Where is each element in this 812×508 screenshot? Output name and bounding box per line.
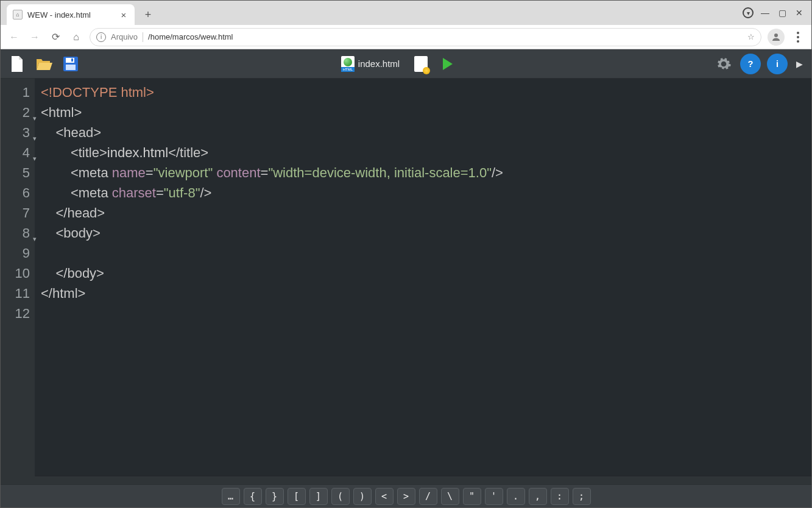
code-line[interactable]: </head> [41, 203, 811, 223]
code-line[interactable]: <html> [41, 102, 811, 122]
help-button[interactable]: ? [740, 54, 761, 74]
maximize-button[interactable]: ▢ [775, 5, 789, 20]
editor-toolbar: HTML index.html ? i ▶ [1, 49, 811, 79]
kebab-icon [792, 32, 804, 43]
new-tab-button[interactable]: + [139, 6, 157, 23]
code-line[interactable] [41, 303, 811, 323]
symbol-key[interactable]: { [244, 488, 262, 505]
code-line[interactable]: </html> [41, 283, 811, 303]
address-path: /home/marcos/wew.html [148, 32, 233, 41]
symbol-insert-bar: …{}[]()<>/\"'.,:; [1, 484, 811, 507]
settings-button[interactable] [713, 54, 734, 74]
forward-button[interactable]: → [27, 30, 42, 44]
minimize-button[interactable]: — [758, 5, 772, 20]
new-file-button[interactable] [7, 54, 27, 74]
floppy-disk-icon [63, 56, 79, 72]
toolbar-overflow-button[interactable]: ▶ [794, 59, 805, 69]
window-controls: — ▢ ✕ [741, 5, 807, 20]
favicon-icon: ⌂ [13, 10, 23, 19]
code-line[interactable]: <!DOCTYPE html> [41, 82, 811, 102]
gear-icon [716, 56, 732, 72]
line-number: 5 [1, 163, 30, 183]
line-number: 4 [1, 143, 30, 163]
symbol-key[interactable]: ) [353, 488, 372, 505]
code-line[interactable]: </body> [41, 263, 811, 283]
browser-tab[interactable]: ⌂ WEW - index.html × [7, 4, 135, 25]
chrome-window: ⌂ WEW - index.html × + — ▢ ✕ ← → ⟳ ⌂ i A… [0, 0, 812, 508]
symbol-key[interactable]: ' [485, 488, 503, 505]
about-button[interactable]: i [767, 54, 788, 74]
line-gutter: 123456789101112 [1, 79, 35, 484]
symbol-key[interactable]: ( [331, 488, 350, 505]
symbol-key[interactable]: > [397, 488, 415, 505]
home-button[interactable]: ⌂ [69, 30, 83, 44]
code-line[interactable]: <body> [41, 223, 811, 243]
symbol-key[interactable]: [ [288, 488, 306, 505]
save-file-button[interactable] [60, 54, 81, 74]
code-content[interactable]: <!DOCTYPE html><html> <head> <title>inde… [35, 79, 811, 323]
symbol-key[interactable]: } [266, 488, 284, 505]
new-from-template-button[interactable] [411, 54, 431, 74]
help-icon: ? [744, 57, 757, 71]
line-number: 3 [1, 122, 30, 143]
code-line[interactable]: <head> [41, 122, 811, 143]
svg-point-0 [774, 34, 778, 37]
line-number: 10 [1, 263, 30, 283]
address-bar[interactable]: i Arquivo /home/marcos/wew.html ☆ [90, 28, 761, 46]
line-number: 9 [1, 243, 30, 263]
profile-button[interactable] [768, 29, 785, 46]
file-spark-icon [414, 56, 428, 72]
line-number: 11 [1, 283, 30, 303]
browser-menu-button[interactable] [791, 30, 805, 44]
editor-app: HTML index.html ? i ▶ [1, 49, 811, 507]
folder-open-icon [35, 57, 52, 71]
code-line[interactable]: <title>index.html</title> [41, 143, 811, 163]
line-number: 8 [1, 223, 30, 243]
symbol-key[interactable]: \ [441, 488, 459, 505]
close-tab-button[interactable]: × [119, 10, 129, 19]
html-file-icon: HTML [341, 56, 355, 72]
code-line[interactable]: <meta charset="utf-8"/> [41, 183, 811, 203]
svg-text:i: i [776, 58, 778, 68]
tab-title: WEW - index.html [27, 10, 91, 19]
back-button[interactable]: ← [7, 30, 21, 44]
symbol-key[interactable]: " [463, 488, 481, 505]
separator [143, 32, 143, 42]
person-icon [771, 32, 782, 43]
symbol-key[interactable]: : [551, 488, 569, 505]
reload-button[interactable]: ⟳ [48, 30, 63, 44]
code-line[interactable]: <meta name="viewport" content="width=dev… [41, 163, 811, 183]
browser-tab-strip: ⌂ WEW - index.html × + — ▢ ✕ [1, 1, 811, 25]
svg-text:?: ? [748, 58, 754, 68]
symbol-key[interactable]: … [222, 488, 240, 505]
chevron-down-icon[interactable] [741, 5, 755, 20]
line-number: 12 [1, 303, 30, 323]
bookmark-icon[interactable]: ☆ [747, 32, 755, 41]
symbol-key[interactable]: ] [309, 488, 328, 505]
symbol-key[interactable]: < [375, 488, 394, 505]
symbol-key[interactable]: , [529, 488, 547, 505]
svg-rect-4 [71, 58, 73, 62]
symbol-key[interactable]: / [419, 488, 437, 505]
line-number: 1 [1, 82, 30, 102]
line-number: 7 [1, 203, 30, 223]
run-button[interactable] [437, 54, 458, 74]
symbol-key[interactable]: ; [573, 488, 591, 505]
address-scheme: Arquivo [111, 32, 138, 41]
play-icon [443, 58, 453, 70]
close-window-button[interactable]: ✕ [792, 5, 807, 20]
browser-toolbar: ← → ⟳ ⌂ i Arquivo /home/marcos/wew.html … [1, 25, 811, 49]
scrollbar-thumb[interactable] [35, 478, 90, 484]
svg-rect-3 [66, 65, 76, 70]
code-line[interactable] [41, 243, 811, 263]
site-info-icon[interactable]: i [96, 32, 106, 42]
file-blank-icon [10, 55, 24, 72]
line-number: 6 [1, 183, 30, 203]
active-file-name: index.html [358, 58, 400, 69]
active-file-tab[interactable]: HTML index.html [336, 54, 404, 74]
horizontal-scrollbar[interactable] [35, 476, 811, 484]
symbol-key[interactable]: . [507, 488, 525, 505]
code-editor[interactable]: 123456789101112 <!DOCTYPE html><html> <h… [1, 79, 811, 484]
open-file-button[interactable] [34, 54, 54, 74]
info-icon: i [771, 57, 784, 71]
